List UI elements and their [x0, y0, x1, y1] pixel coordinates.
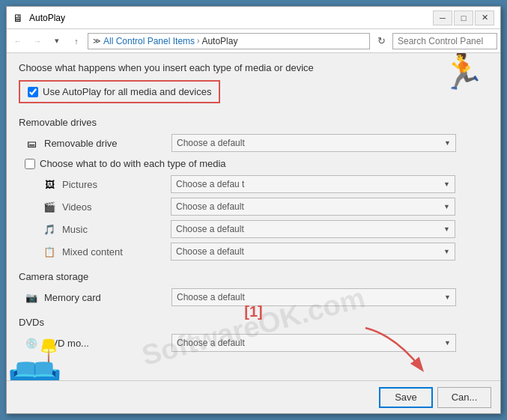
forward-button[interactable]: →	[29, 33, 46, 49]
save-button[interactable]: Save	[379, 387, 433, 408]
removable-drives-heading: Removable drives	[19, 117, 488, 128]
breadcrumb-autoplay: AutoPlay	[201, 36, 237, 46]
title-bar: 🖥 AutoPlay ─ □ ✕	[7, 7, 500, 29]
memory-card-icon: 📷	[25, 290, 38, 304]
mixed-content-row: 📋 Mixed content Choose a default ▼	[43, 243, 488, 261]
autoplay-checkbox-row: Use AutoPlay for all media and devices	[19, 80, 220, 103]
pictures-dropdown-value: Choose a defau t	[176, 179, 244, 189]
dvds-section: DVDs 💿 DVD mo... Choose a default ▼	[19, 317, 488, 352]
memory-card-dropdown[interactable]: Choose a default ▼	[171, 288, 456, 306]
removable-drive-label: Removable drive	[44, 138, 171, 149]
pictures-label: Pictures	[62, 179, 171, 190]
mixed-content-icon: 📋	[43, 245, 56, 258]
videos-label: Videos	[62, 201, 171, 213]
dropdown-arrow-icon: ▼	[443, 248, 450, 255]
dropdown-arrow-icon: ▼	[444, 339, 451, 347]
pictures-icon: 🖼	[43, 177, 56, 191]
address-bar: ← → ▾ ↑ ≫ All Control Panel Items › Auto…	[7, 29, 500, 53]
dvd-movie-dropdown-value: Choose a default	[177, 338, 245, 348]
removable-drives-section: Removable drives 🖴 Removable drive Choos…	[19, 117, 488, 261]
removable-drive-dropdown-value: Choose a default	[177, 138, 245, 148]
up-button[interactable]: ↑	[68, 33, 85, 49]
close-button[interactable]: ✕	[475, 10, 494, 25]
music-icon: 🎵	[43, 222, 56, 236]
music-row: 🎵 Music Choose a default ▼	[43, 220, 488, 238]
dropdown-arrow-icon: ▼	[443, 180, 450, 188]
refresh-button[interactable]: ↻	[373, 33, 389, 49]
music-dropdown[interactable]: Choose a default ▼	[171, 220, 455, 238]
content-area: Choose what happens when you insert each…	[7, 53, 500, 380]
mixed-content-dropdown-value: Choose a default	[176, 246, 244, 257]
choose-media-label[interactable]: Choose what to do with each type of medi…	[40, 158, 226, 169]
memory-card-dropdown-value: Choose a default	[177, 292, 245, 302]
dropdown-arrow-icon: ▼	[443, 203, 450, 210]
mixed-content-dropdown[interactable]: Choose a default ▼	[171, 243, 455, 261]
autoplay-checkbox[interactable]	[28, 87, 38, 97]
music-dropdown-value: Choose a default	[176, 224, 244, 234]
breadcrumb: ≫ All Control Panel Items › AutoPlay	[88, 33, 370, 49]
mixed-content-label: Mixed content	[62, 246, 171, 258]
dvds-heading: DVDs	[19, 317, 488, 328]
videos-dropdown[interactable]: Choose a default ▼	[171, 198, 455, 216]
breadcrumb-separator: ›	[197, 37, 199, 45]
dropdown-arrow-icon: ▼	[444, 139, 451, 147]
dvd-movie-row: 💿 DVD mo... Choose a default ▼	[19, 334, 488, 352]
search-input[interactable]	[392, 33, 497, 49]
back-button[interactable]: ←	[10, 33, 26, 49]
dropdown-arrow-icon: ▼	[444, 293, 451, 301]
removable-drive-dropdown[interactable]: Choose a default ▼	[171, 134, 456, 152]
videos-row: 🎬 Videos Choose a default ▼	[43, 198, 488, 216]
maximize-button[interactable]: □	[454, 10, 473, 25]
dvd-movie-icon: 💿	[25, 336, 38, 350]
pictures-dropdown[interactable]: Choose a defau t ▼	[171, 175, 455, 193]
camera-storage-heading: Camera storage	[19, 271, 488, 282]
dvd-movie-dropdown[interactable]: Choose a default ▼	[171, 334, 456, 352]
intro-text: Choose what happens when you insert each…	[19, 62, 314, 73]
autoplay-window: 🖥 AutoPlay ─ □ ✕ ← → ▾ ↑ ≫ All Control P…	[6, 6, 501, 414]
dropdown-arrow-icon: ▼	[443, 225, 450, 233]
window-controls: ─ □ ✕	[433, 10, 494, 25]
autoplay-label[interactable]: Use AutoPlay for all media and devices	[43, 86, 211, 97]
removable-drive-icon: 🖴	[25, 136, 38, 150]
removable-drive-row: 🖴 Removable drive Choose a default ▼	[19, 134, 488, 152]
cancel-button[interactable]: Can...	[437, 387, 491, 408]
window-icon: 🖥	[13, 12, 25, 24]
footer-bar: Save Can...	[7, 380, 500, 413]
music-label: Music	[62, 224, 171, 235]
recent-locations-button[interactable]: ▾	[49, 33, 65, 49]
sub-items: 🖼 Pictures Choose a defau t ▼ 🎬 Videos C…	[19, 175, 488, 261]
videos-dropdown-value: Choose a default	[176, 201, 244, 212]
videos-icon: 🎬	[43, 200, 56, 213]
dvd-movie-label: DVD mo...	[44, 338, 171, 349]
window-title: AutoPlay	[29, 13, 433, 23]
breadcrumb-control-panel[interactable]: All Control Panel Items	[103, 36, 195, 46]
choose-media-checkbox[interactable]	[25, 159, 35, 169]
memory-card-row: 📷 Memory card Choose a default ▼	[19, 288, 488, 306]
memory-card-label: Memory card	[44, 292, 171, 303]
choose-media-row: Choose what to do with each type of medi…	[19, 158, 488, 169]
pictures-row: 🖼 Pictures Choose a defau t ▼	[43, 175, 488, 193]
minimize-button[interactable]: ─	[433, 10, 452, 25]
camera-storage-section: Camera storage 📷 Memory card Choose a de…	[19, 271, 488, 306]
